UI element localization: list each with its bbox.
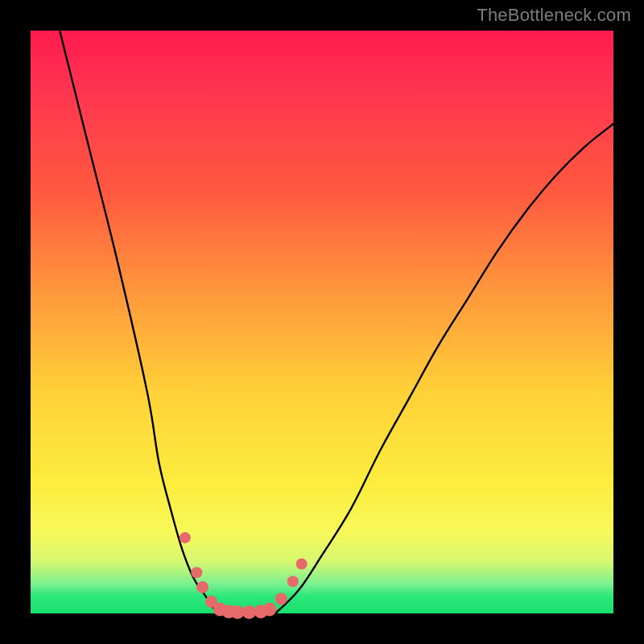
marker-dot — [242, 605, 256, 619]
marker-dot — [296, 558, 308, 569]
marker-dot — [191, 567, 202, 578]
plot-area — [31, 31, 613, 613]
marker-group — [180, 532, 308, 619]
marker-dot — [262, 602, 276, 616]
marker-dot — [275, 592, 287, 605]
bottleneck-curve — [60, 31, 613, 615]
marker-dot — [180, 532, 191, 543]
marker-dot — [231, 605, 245, 619]
watermark-text: TheBottleneck.com — [477, 5, 631, 26]
chart-svg — [31, 31, 613, 613]
marker-dot — [196, 581, 208, 593]
marker-dot — [287, 576, 299, 587]
outer-frame: TheBottleneck.com — [0, 0, 644, 644]
